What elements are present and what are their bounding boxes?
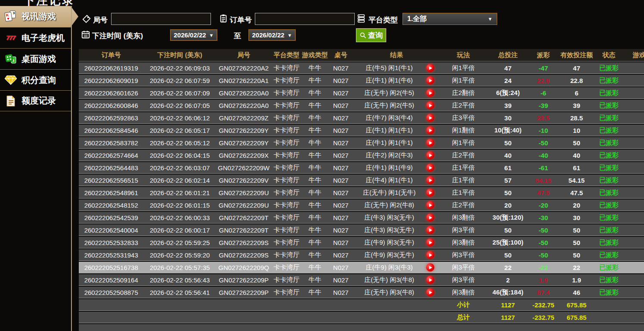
order-no-input[interactable] — [255, 13, 355, 25]
table-row[interactable]: 2602220525328332026-02-22 05:59:25GN0272… — [79, 237, 644, 248]
replay-play-icon[interactable] — [426, 114, 434, 122]
status-cell: 已派彩 — [595, 100, 623, 111]
result-text: 庄(牛7) 闲3(牛4) — [366, 114, 413, 121]
table-row[interactable]: 2602220625845462026-02-22 06:05:17GN0272… — [79, 125, 644, 136]
replay-play-icon[interactable] — [426, 264, 434, 272]
round-cell: GN0272622209U — [216, 187, 271, 199]
game-cell — [623, 62, 644, 74]
total-row-valid-bet: 675.85 — [558, 312, 595, 323]
replay-play-icon[interactable] — [426, 288, 434, 297]
replay-play-icon[interactable] — [426, 139, 434, 147]
sidebar-item-quota[interactable]: 额度记录 — [0, 90, 71, 111]
table-no-cell — [328, 324, 353, 331]
table-row[interactable]: 2602220525088752026-02-22 05:56:41GN0272… — [79, 287, 644, 298]
result-text: 庄(无牛) 闲2(牛5) — [364, 101, 414, 109]
table-no-cell: N027 — [328, 274, 353, 286]
status-cell: 已派彩 — [595, 125, 623, 136]
sidebar-item-slots[interactable]: 777 电子老虎机 — [0, 27, 71, 48]
date-from-select[interactable]: 2026/02/22 ▼ — [170, 29, 217, 41]
round-cell: GN0272622209Q — [216, 262, 271, 273]
payout-cell: -47 — [529, 62, 558, 74]
replay-play-icon[interactable] — [426, 77, 434, 85]
valid-bet-cell: 28.5 — [558, 112, 595, 124]
replay-play-icon[interactable] — [426, 276, 434, 284]
result-cell: 庄(牛2) 闲2(牛3) — [353, 150, 440, 161]
status-cell: 已派彩 — [595, 212, 623, 224]
table-row[interactable]: 2602220625837822026-02-22 06:05:12GN0272… — [79, 137, 644, 149]
table-row[interactable]: 2602220625746642026-02-22 06:04:15GN0272… — [79, 150, 644, 161]
sidebar-item-points[interactable]: 积分查询 — [0, 69, 71, 90]
total-row-label: 总计 — [440, 312, 487, 323]
play-type-cell: 闲3平倍 — [440, 274, 487, 286]
calendar-icon — [81, 30, 90, 41]
replay-play-icon[interactable] — [426, 89, 434, 97]
date-to-select[interactable]: 2026/02/22 ▼ — [248, 29, 296, 41]
game-cell — [623, 187, 644, 199]
play-type-cell: 庄2平倍 — [440, 150, 487, 161]
valid-bet-cell: 50 — [558, 237, 595, 248]
table-no-cell: N027 — [328, 175, 353, 186]
table-row[interactable]: 2602220525091642026-02-22 05:56:43GN0272… — [79, 274, 644, 286]
replay-play-icon[interactable] — [426, 251, 434, 259]
result-text: 庄(牛9) 闲3(无牛) — [364, 239, 414, 246]
table-row[interactable]: 2602220626090192026-02-22 06:07:59GN0272… — [79, 75, 644, 86]
payout-cell — [529, 324, 558, 331]
table-row[interactable]: 2602220625481522026-02-22 06:01:15GN0272… — [79, 199, 644, 211]
platform-cell: 卡卡湾厅 — [271, 125, 301, 136]
replay-play-icon[interactable] — [426, 201, 434, 209]
table-row[interactable]: 2602220626193192026-02-22 06:09:03GN0272… — [79, 62, 644, 74]
table-row[interactable]: 2602220525319432026-02-22 05:59:20GN0272… — [79, 249, 644, 261]
total-row: 总计1127-232.75675.85 — [79, 312, 644, 323]
replay-play-icon[interactable] — [426, 101, 434, 110]
platform-cell: 卡卡湾厅 — [271, 237, 301, 248]
slot-777-icon: 777 — [3, 31, 18, 44]
table-row[interactable]: 2602220626008462026-02-22 06:07:05GN0272… — [79, 100, 644, 111]
replay-play-icon[interactable] — [426, 126, 434, 135]
valid-bet-cell: 47.5 — [558, 187, 595, 199]
table-header-order-cell: 订单号 — [79, 49, 143, 61]
status-cell: 已派彩 — [595, 150, 623, 161]
table-row[interactable]: 2602220625928632026-02-22 06:06:12GN0272… — [79, 112, 644, 124]
replay-play-icon[interactable] — [426, 239, 434, 247]
search-button[interactable]: 查询 — [356, 28, 386, 42]
valid-bet-cell: 61 — [558, 162, 595, 174]
replay-play-icon[interactable] — [426, 164, 434, 172]
sidebar: 9 K ♥ 视讯游戏 777 电子老虎机 $ — [0, 6, 78, 111]
replay-play-icon[interactable] — [426, 226, 434, 234]
order-cell: 260222062601626 — [79, 87, 143, 99]
game-type-cell: 牛牛 — [302, 75, 328, 86]
payout-cell: -50 — [529, 249, 558, 261]
game-type-cell: 牛牛 — [302, 199, 328, 211]
total-bet-cell: 10(预:40) — [487, 125, 529, 136]
table-row[interactable]: 2602220525167382026-02-22 05:57:35GN0272… — [79, 262, 644, 273]
total-bet-cell: 50 — [487, 224, 529, 236]
play-type-cell: 庄1平倍 — [440, 175, 487, 186]
platform-type-select[interactable]: 1.全部 ▼ — [402, 13, 497, 25]
game-type-cell — [302, 312, 328, 323]
round-no-input[interactable] — [111, 13, 211, 25]
order-cell: 260222062556515 — [79, 175, 143, 186]
table-row[interactable]: 2602220625565152026-02-22 06:02:14GN0272… — [79, 175, 644, 186]
sidebar-item-video-games[interactable]: 9 K ♥ 视讯游戏 — [0, 6, 78, 27]
table-no-cell: N027 — [328, 87, 353, 99]
table-row[interactable]: 2602220625644832026-02-22 06:03:07GN0272… — [79, 162, 644, 174]
play-type-cell: 闲3平倍 — [440, 262, 487, 273]
order-cell: 260222062583782 — [79, 137, 143, 149]
platform-cell — [271, 324, 301, 331]
replay-play-icon[interactable] — [426, 214, 434, 222]
table-row[interactable]: 2602220625400042026-02-22 06:00:17GN0272… — [79, 224, 644, 236]
result-text: 庄(无牛) 闲2(牛8) — [364, 201, 414, 208]
replay-play-icon[interactable] — [426, 151, 434, 159]
sidebar-divider — [71, 6, 72, 331]
replay-play-icon[interactable] — [426, 64, 434, 72]
table-row[interactable]: 2602220625425392026-02-22 06:00:33GN0272… — [79, 212, 644, 224]
replay-play-icon[interactable] — [426, 176, 434, 184]
sidebar-item-table-games[interactable]: $ 桌面游戏 — [0, 48, 71, 69]
game-type-cell: 牛牛 — [302, 112, 328, 124]
sidebar-item-label: 额度记录 — [22, 95, 56, 107]
play-type-cell: 闲3翻倍 — [440, 212, 487, 224]
replay-play-icon[interactable] — [426, 189, 434, 197]
order-cell: 260222052532833 — [79, 237, 143, 248]
table-row[interactable]: 2602220625489612026-02-22 06:01:21GN0272… — [79, 187, 644, 199]
table-row[interactable]: 2602220626016262026-02-22 06:07:09GN0272… — [79, 87, 644, 99]
